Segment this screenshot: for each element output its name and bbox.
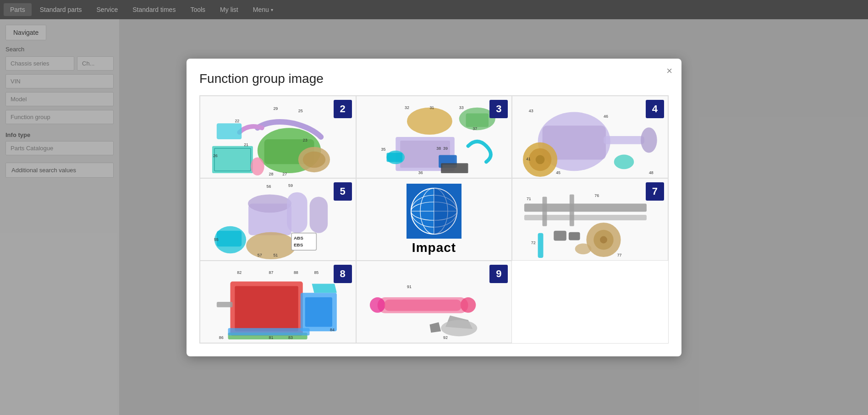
svg-point-40 <box>641 127 657 153</box>
svg-point-101 <box>370 297 385 313</box>
cell-number-4: 4 <box>646 100 664 118</box>
svg-point-7 <box>251 158 264 176</box>
cell-3-image: 31 32 33 37 38 35 36 39 <box>357 96 512 178</box>
grid-cell-4[interactable]: 43 46 41 45 48 4 <box>512 96 668 178</box>
svg-point-5 <box>303 152 325 168</box>
grid-cell-3[interactable]: 31 32 33 37 38 35 36 39 3 <box>356 96 512 178</box>
svg-text:32: 32 <box>405 105 409 110</box>
svg-text:39: 39 <box>443 146 448 151</box>
svg-text:82: 82 <box>237 270 242 275</box>
svg-text:77: 77 <box>617 253 622 257</box>
svg-text:72: 72 <box>531 240 536 245</box>
svg-text:31: 31 <box>429 105 434 110</box>
svg-text:38: 38 <box>436 146 441 151</box>
svg-point-77 <box>600 236 607 244</box>
svg-rect-22 <box>386 153 402 162</box>
cell-number-7: 7 <box>646 182 664 201</box>
svg-text:23: 23 <box>303 138 308 142</box>
svg-text:29: 29 <box>273 106 278 111</box>
grid-cell-8[interactable]: 88 87 85 82 84 86 81 83 8 <box>200 261 356 343</box>
svg-rect-79 <box>569 232 580 240</box>
cell-9-image: 91 92 <box>357 261 512 343</box>
svg-point-104 <box>441 320 477 337</box>
cell-7-image: 71 76 72 77 <box>512 179 668 260</box>
svg-rect-39 <box>604 136 644 144</box>
modal-overlay: Function group image × <box>0 0 868 415</box>
svg-text:45: 45 <box>556 170 560 175</box>
svg-text:EBS: EBS <box>294 242 303 247</box>
svg-text:21: 21 <box>244 142 248 147</box>
svg-point-41 <box>614 155 634 169</box>
svg-rect-49 <box>287 192 308 233</box>
svg-rect-52 <box>217 231 242 247</box>
grid-cell-2[interactable]: 26 22 29 25 21 23 28 27 2 <box>200 96 356 178</box>
svg-text:84: 84 <box>330 328 335 332</box>
svg-text:91: 91 <box>407 284 412 289</box>
svg-text:57: 57 <box>258 253 262 257</box>
svg-text:51: 51 <box>273 253 278 257</box>
svg-text:92: 92 <box>443 335 448 340</box>
svg-text:22: 22 <box>235 119 239 123</box>
svg-text:55: 55 <box>214 237 219 242</box>
impact-globe-image <box>407 184 461 239</box>
impact-text: Impact <box>412 240 456 255</box>
svg-text:88: 88 <box>294 270 298 275</box>
svg-text:71: 71 <box>527 197 531 201</box>
svg-text:28: 28 <box>269 172 274 176</box>
grid-cell-7[interactable]: 71 76 72 77 7 <box>512 178 668 261</box>
svg-rect-50 <box>310 197 328 233</box>
svg-rect-90 <box>228 328 310 335</box>
svg-rect-19 <box>466 114 488 127</box>
svg-rect-91 <box>217 302 233 307</box>
svg-text:86: 86 <box>219 335 224 340</box>
grid-cell-9[interactable]: 91 92 9 <box>356 261 512 343</box>
svg-rect-25 <box>442 164 467 172</box>
svg-text:37: 37 <box>472 126 477 131</box>
cell-4-image: 43 46 41 45 48 <box>512 96 668 178</box>
svg-point-38 <box>536 155 545 164</box>
svg-rect-86 <box>235 286 298 331</box>
svg-rect-103 <box>384 300 461 311</box>
svg-text:26: 26 <box>213 154 218 158</box>
modal-dialog: Function group image × <box>187 59 681 356</box>
cell-number-5: 5 <box>334 182 352 201</box>
svg-rect-88 <box>305 297 332 327</box>
svg-text:36: 36 <box>418 170 423 175</box>
grid-cell-impact[interactable]: Impact <box>356 178 512 261</box>
svg-text:43: 43 <box>529 109 533 113</box>
cell-2-image: 26 22 29 25 21 23 28 27 <box>200 96 356 178</box>
svg-text:ABS: ABS <box>294 236 303 241</box>
cell-5-image: ABS EBS 56 59 55 57 51 <box>200 179 356 260</box>
svg-text:25: 25 <box>298 109 303 113</box>
svg-text:35: 35 <box>381 147 385 152</box>
svg-text:56: 56 <box>267 184 271 189</box>
function-group-grid: 26 22 29 25 21 23 28 27 2 <box>199 95 669 344</box>
grid-cell-5[interactable]: ABS EBS 56 59 55 57 51 5 <box>200 178 356 261</box>
cell-8-image: 88 87 85 82 84 86 81 83 <box>200 261 356 343</box>
svg-rect-0 <box>212 146 253 173</box>
svg-text:83: 83 <box>288 335 293 340</box>
svg-point-48 <box>248 195 291 213</box>
svg-rect-73 <box>570 195 574 226</box>
svg-text:81: 81 <box>269 335 274 340</box>
cell-number-8: 8 <box>334 265 352 283</box>
svg-point-102 <box>460 297 476 313</box>
svg-text:48: 48 <box>649 170 654 175</box>
svg-text:46: 46 <box>604 114 608 119</box>
modal-close-button[interactable]: × <box>666 66 672 76</box>
svg-rect-6 <box>217 123 242 139</box>
impact-logo: Impact <box>357 179 512 260</box>
svg-point-53 <box>246 232 296 259</box>
svg-point-20 <box>407 108 452 135</box>
cell-number-3: 3 <box>489 100 508 118</box>
svg-rect-72 <box>543 197 547 226</box>
svg-rect-78 <box>554 231 567 241</box>
cell-number-2: 2 <box>334 100 352 118</box>
svg-text:85: 85 <box>314 270 319 275</box>
cell-number-9: 9 <box>489 265 508 283</box>
svg-text:41: 41 <box>526 157 531 161</box>
svg-text:59: 59 <box>288 183 293 188</box>
svg-text:27: 27 <box>282 172 287 176</box>
svg-rect-74 <box>538 233 544 258</box>
svg-point-80 <box>575 243 592 254</box>
